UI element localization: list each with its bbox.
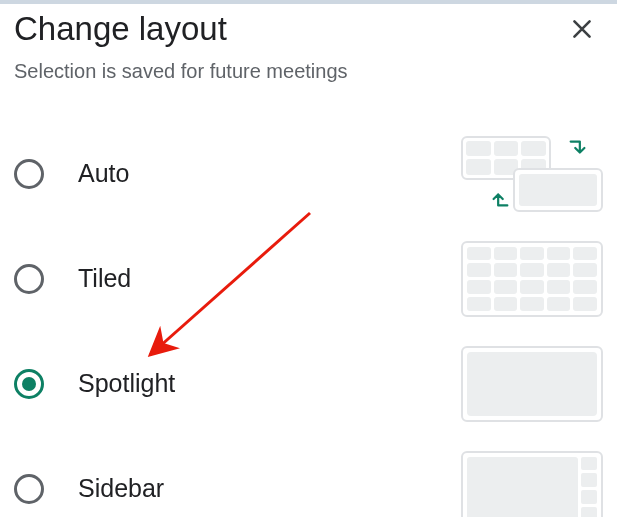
option-label-spotlight: Spotlight [78,369,461,398]
radio-sidebar[interactable] [14,474,44,504]
preview-spotlight [461,346,603,422]
close-icon [569,16,595,42]
sidebar-layout-icon [461,451,603,518]
layout-option-sidebar[interactable]: Sidebar [14,436,603,517]
layout-option-auto[interactable]: Auto [14,121,603,226]
layout-options-list: Auto Tiled [14,121,603,517]
spotlight-icon [461,346,603,422]
preview-sidebar [461,451,603,518]
close-button[interactable] [561,8,603,50]
swap-down-icon [567,137,589,159]
change-layout-dialog: Change layout Selection is saved for fut… [0,0,617,517]
layout-option-spotlight[interactable]: Spotlight [14,331,603,436]
preview-tiled [461,241,603,317]
dialog-header: Change layout [14,8,603,50]
option-label-sidebar: Sidebar [78,474,461,503]
radio-tiled[interactable] [14,264,44,294]
tiled-grid-icon [461,241,603,317]
auto-speaker-icon [513,168,603,212]
swap-up-icon [489,188,511,210]
dialog-title: Change layout [14,10,227,48]
radio-spotlight[interactable] [14,369,44,399]
option-label-tiled: Tiled [78,264,461,293]
layout-option-tiled[interactable]: Tiled [14,226,603,331]
option-label-auto: Auto [78,159,461,188]
preview-auto [461,136,603,212]
dialog-subtitle: Selection is saved for future meetings [14,60,603,83]
radio-auto[interactable] [14,159,44,189]
